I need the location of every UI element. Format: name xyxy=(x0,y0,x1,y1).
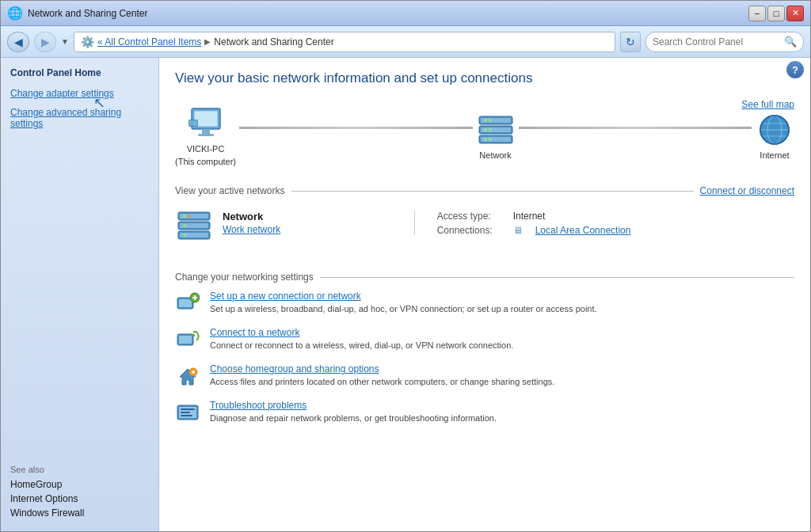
window: 🌐 Network and Sharing Center − □ ✕ ◀ ▶ ▼… xyxy=(0,0,811,532)
connector-2 xyxy=(519,127,752,129)
svg-point-12 xyxy=(484,119,487,122)
troubleshoot-icon-svg xyxy=(176,401,200,424)
access-type-row: Access type: Internet xyxy=(437,211,794,222)
setup-connection-link[interactable]: Set up a new connection or network xyxy=(210,291,794,302)
active-networks-section: View your active networks Connect or dis… xyxy=(175,185,794,259)
search-box[interactable]: 🔍 xyxy=(645,32,804,52)
network-icon xyxy=(476,112,516,147)
connect-network-content: Connect to a network Connect or reconnec… xyxy=(210,327,794,352)
sidebar-link-internet-options[interactable]: Internet Options xyxy=(10,493,149,504)
access-label: Access type: xyxy=(437,211,501,222)
sidebar-link-change-advanced[interactable]: Change advanced sharing settings xyxy=(10,107,149,129)
svg-point-16 xyxy=(484,138,487,141)
refresh-icon: ↻ xyxy=(626,36,635,48)
internet-label: Internet xyxy=(760,150,789,160)
breadcrumb-home[interactable]: « All Control Panel Items xyxy=(97,36,201,48)
title-bar: 🌐 Network and Sharing Center − □ ✕ xyxy=(1,1,810,26)
maximize-button[interactable]: □ xyxy=(767,6,785,21)
window-title: Network and Sharing Center xyxy=(28,8,147,19)
page-title: View your basic network information and … xyxy=(175,70,794,86)
close-button[interactable]: ✕ xyxy=(786,6,804,21)
svg-point-13 xyxy=(489,119,492,122)
svg-point-32 xyxy=(183,224,186,227)
svg-point-14 xyxy=(484,128,487,131)
help-button[interactable]: ? xyxy=(786,61,804,78)
setup-connection-icon xyxy=(175,291,200,316)
connector-1 xyxy=(239,127,472,129)
svg-point-33 xyxy=(183,234,186,237)
connections-label: Connections: xyxy=(437,225,501,236)
title-bar-left: 🌐 Network and Sharing Center xyxy=(7,6,147,21)
troubleshoot-item: Troubleshoot problems Diagnose and repai… xyxy=(175,400,794,425)
setup-connection-content: Set up a new connection or network Set u… xyxy=(210,291,794,315)
dropdown-button[interactable]: ▼ xyxy=(61,37,69,46)
breadcrumb-current: Network and Sharing Center xyxy=(214,36,333,48)
network-node: Network xyxy=(476,112,516,160)
forward-icon: ▶ xyxy=(41,36,50,48)
change-settings-header: Change your networking settings xyxy=(175,272,794,283)
svg-rect-2 xyxy=(202,129,210,134)
troubleshoot-desc: Diagnose and repair network problems, or… xyxy=(210,413,497,423)
internet-node: Internet xyxy=(755,112,794,160)
computer-sublabel: (This computer) xyxy=(175,157,236,166)
setup-connection-desc: Set up a wireless, broadband, dial-up, a… xyxy=(210,304,597,314)
svg-rect-44 xyxy=(181,408,195,410)
section-divider xyxy=(291,191,694,192)
minimize-button[interactable]: − xyxy=(748,6,766,21)
address-path[interactable]: ⚙️ « All Control Panel Items ▶ Network a… xyxy=(74,32,615,52)
homegroup-icon-svg xyxy=(176,364,200,388)
svg-rect-5 xyxy=(189,120,197,126)
connection-icon: 🖥 xyxy=(513,225,523,236)
title-bar-controls: − □ ✕ xyxy=(748,6,804,21)
homegroup-icon xyxy=(175,363,200,389)
homegroup-link[interactable]: Choose homegroup and sharing options xyxy=(210,363,794,374)
globe-svg xyxy=(756,112,793,147)
sidebar-link-change-adapter[interactable]: Change adapter settings ↖ xyxy=(10,88,149,99)
svg-point-17 xyxy=(489,138,492,141)
active-networks-title: View your active networks xyxy=(175,185,291,196)
network-name-area: Network Work network xyxy=(223,211,415,235)
connect-network-link[interactable]: Connect to a network xyxy=(210,327,794,338)
sidebar-home[interactable]: Control Panel Home xyxy=(10,67,149,78)
homegroup-desc: Access files and printers located on oth… xyxy=(210,377,554,386)
back-button[interactable]: ◀ xyxy=(7,32,29,52)
connect-disconnect-link[interactable]: Connect or disconnect xyxy=(694,185,794,196)
connect-icon-svg xyxy=(176,328,200,352)
svg-point-15 xyxy=(489,128,492,131)
active-network-svg xyxy=(177,211,211,245)
active-network-name: Network xyxy=(223,211,402,222)
search-icon[interactable]: 🔍 xyxy=(784,36,797,48)
active-network-row: Network Work network Access type: Intern… xyxy=(175,204,794,259)
change-settings-title: Change your networking settings xyxy=(175,272,320,283)
network-details: Access type: Internet Connections: 🖥 Loc… xyxy=(425,211,794,239)
svg-rect-3 xyxy=(198,134,214,136)
refresh-button[interactable]: ↻ xyxy=(620,32,641,52)
window-icon: 🌐 xyxy=(7,6,23,21)
svg-rect-46 xyxy=(181,415,192,416)
content-area: ? View your basic network information an… xyxy=(159,58,810,531)
svg-rect-45 xyxy=(181,412,190,413)
breadcrumb-arrow: ▶ xyxy=(204,37,211,46)
active-network-icon xyxy=(175,211,213,253)
sidebar-link-windows-firewall[interactable]: Windows Firewall xyxy=(10,507,149,519)
homegroup-content: Choose homegroup and sharing options Acc… xyxy=(210,363,794,388)
network-type-link[interactable]: Work network xyxy=(223,224,280,235)
search-input[interactable] xyxy=(653,36,781,48)
forward-button[interactable]: ▶ xyxy=(34,32,56,52)
computer-node: VICKI-PC (This computer) xyxy=(175,105,236,166)
svg-point-30 xyxy=(183,215,186,218)
sidebar-link-homegroup[interactable]: HomeGroup xyxy=(10,479,149,490)
connect-network-icon xyxy=(175,327,200,352)
homegroup-item: Choose homegroup and sharing options Acc… xyxy=(175,363,794,389)
connections-link[interactable]: Local Area Connection xyxy=(535,225,631,236)
svg-rect-35 xyxy=(179,299,192,307)
troubleshoot-link[interactable]: Troubleshoot problems xyxy=(210,400,794,411)
back-icon: ◀ xyxy=(14,36,23,48)
network-label: Network xyxy=(479,150,511,160)
setup-icon-svg xyxy=(176,291,200,315)
troubleshoot-content: Troubleshoot problems Diagnose and repai… xyxy=(210,400,794,424)
address-bar: ◀ ▶ ▼ ⚙️ « All Control Panel Items ▶ Net… xyxy=(1,26,810,58)
computer-label: VICKI-PC xyxy=(187,144,225,154)
see-full-map-link[interactable]: See full map xyxy=(741,99,794,110)
network-svg xyxy=(476,113,516,146)
